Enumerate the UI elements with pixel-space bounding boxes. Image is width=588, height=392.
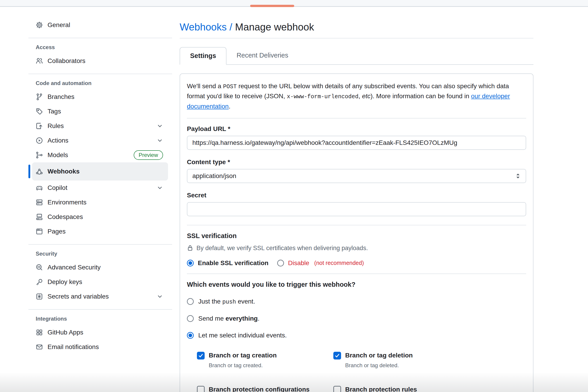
sidebar-item-models[interactable]: Models Preview — [28, 148, 172, 162]
browser-icon — [36, 228, 43, 235]
sidebar-item-label: Codespaces — [48, 213, 83, 220]
sidebar-item-rules[interactable]: Rules — [28, 119, 172, 133]
enable-ssl-option[interactable]: Enable SSL verification — [187, 260, 268, 267]
secret-label: Secret — [187, 192, 526, 199]
branch-tag-deletion-option[interactable]: Branch or tag deletion — [333, 351, 526, 360]
urlencoded-code: x-www-form-urlencoded — [287, 94, 358, 100]
page-title-text: Manage webhook — [235, 21, 314, 32]
git-branch-icon — [36, 93, 43, 100]
sidebar-item-email-notifications[interactable]: Email notifications — [28, 340, 172, 354]
checkbox-label: Branch or tag deletion — [345, 351, 413, 360]
disable-ssl-label: Disable — [288, 260, 309, 267]
people-icon — [36, 57, 43, 64]
webhook-intro-text: We'll send a POST request to the URL bel… — [187, 81, 526, 111]
sidebar-item-label: Actions — [48, 137, 68, 144]
sidebar-item-tags[interactable]: Tags — [28, 104, 172, 119]
sidebar-section-code-automation: Code and automation Branches Tags Rules — [28, 74, 172, 242]
payload-url-input[interactable] — [187, 136, 526, 150]
chevron-down-icon — [157, 137, 163, 144]
sidebar-item-label: Copilot — [48, 184, 67, 192]
post-code: POST — [223, 84, 237, 90]
events-section: Which events would you like to trigger t… — [187, 281, 526, 392]
sidebar-item-environments[interactable]: Environments — [28, 195, 172, 210]
everything-radio[interactable] — [187, 315, 194, 322]
branch-protection-configurations-option[interactable]: Branch protection configurations — [197, 386, 333, 392]
everything-label: Send me everything. — [198, 315, 260, 322]
check-icon — [334, 353, 340, 358]
sidebar-section-header: Access — [28, 42, 172, 54]
sidebar-section-header: Code and automation — [28, 77, 172, 90]
event-checkbox-item: Branch protection configurations — [197, 386, 333, 392]
page-title: Webhooks / Manage webhook — [180, 21, 534, 33]
push-code: push — [222, 299, 236, 305]
sidebar-item-webhooks[interactable]: Webhooks — [28, 162, 172, 180]
sidebar-section-general: General — [28, 16, 172, 36]
sidebar-item-label: Webhooks — [48, 168, 80, 175]
tag-icon — [36, 108, 43, 115]
model-icon — [36, 152, 43, 159]
tab-recent-deliveries[interactable]: Recent Deliveries — [226, 46, 298, 64]
content-type-label: Content type * — [187, 158, 526, 166]
rules-icon — [36, 122, 43, 130]
sidebar-item-label: Collaborators — [48, 57, 86, 64]
sidebar-item-secrets-variables[interactable]: Secrets and variables — [28, 289, 172, 304]
payload-url-field-group: Payload URL * — [187, 125, 526, 150]
copilot-icon — [36, 184, 43, 192]
tab-navigation: Settings Recent Deliveries — [180, 46, 534, 65]
branch-tag-deletion-checkbox[interactable] — [333, 352, 341, 360]
check-icon — [198, 353, 204, 358]
chevron-down-icon — [157, 185, 163, 191]
sidebar-item-collaborators[interactable]: Collaborators — [28, 54, 172, 68]
code-scan-icon — [36, 264, 43, 271]
event-option-push[interactable]: Just the push event. — [187, 298, 526, 305]
sidebar-item-codespaces[interactable]: Codespaces — [28, 210, 172, 224]
key-icon — [36, 278, 43, 286]
chevron-down-icon — [157, 293, 163, 300]
ssl-verification-heading: SSL verification — [187, 232, 526, 240]
sidebar-item-advanced-security[interactable]: Advanced Security — [28, 260, 172, 275]
content-type-select[interactable]: application/json — [187, 169, 526, 183]
disable-ssl-option[interactable]: Disable (not recommended) — [277, 260, 364, 267]
event-option-everything[interactable]: Send me everything. — [187, 315, 526, 322]
disable-ssl-radio[interactable] — [277, 260, 284, 266]
push-event-label: Just the push event. — [198, 298, 255, 305]
top-bar — [0, 0, 588, 7]
branch-protection-configurations-checkbox[interactable] — [197, 386, 205, 392]
events-heading: Which events would you like to trigger t… — [187, 281, 526, 288]
sidebar-section-header: Integrations — [28, 313, 172, 325]
sidebar-item-copilot[interactable]: Copilot — [28, 180, 172, 195]
sidebar-item-actions[interactable]: Actions — [28, 133, 172, 148]
breadcrumb-webhooks-link[interactable]: Webhooks — [180, 21, 227, 32]
lock-icon — [187, 245, 193, 252]
enable-ssl-radio[interactable] — [187, 260, 194, 266]
branch-protection-rules-checkbox[interactable] — [333, 386, 341, 392]
environments-icon — [36, 199, 43, 206]
push-event-radio[interactable] — [187, 298, 194, 305]
sidebar-item-deploy-keys[interactable]: Deploy keys — [28, 275, 172, 289]
sidebar-section-integrations: Integrations GitHub Apps Email notificat… — [28, 309, 172, 358]
sidebar-item-github-apps[interactable]: GitHub Apps — [28, 325, 172, 340]
checkbox-description: Branch or tag created. — [209, 362, 333, 368]
sidebar-item-pages[interactable]: Pages — [28, 224, 172, 239]
checkbox-label: Branch protection configurations — [209, 386, 310, 392]
branch-tag-creation-checkbox[interactable] — [197, 352, 205, 360]
section-divider — [187, 274, 526, 274]
apps-icon — [36, 329, 43, 336]
sidebar-item-label: Secrets and variables — [48, 293, 109, 300]
individual-events-radio[interactable] — [187, 332, 194, 339]
branch-protection-rules-option[interactable]: Branch protection rules — [333, 386, 526, 392]
content-type-selected-value: application/json — [192, 172, 236, 180]
checkbox-label: Branch or tag creation — [209, 351, 277, 360]
codespaces-icon — [36, 213, 43, 220]
tab-settings[interactable]: Settings — [180, 47, 226, 65]
sidebar-item-general[interactable]: General — [28, 18, 172, 32]
sidebar-item-label: Branches — [48, 93, 74, 100]
sidebar-item-label: Rules — [48, 122, 64, 130]
sidebar-item-label: Tags — [48, 108, 61, 115]
secret-input[interactable] — [187, 202, 526, 216]
content-type-field-group: Content type * application/json — [187, 158, 526, 183]
etc-italic: etc — [362, 92, 370, 100]
branch-tag-creation-option[interactable]: Branch or tag creation — [197, 351, 333, 360]
sidebar-item-branches[interactable]: Branches — [28, 90, 172, 104]
event-option-individual[interactable]: Let me select individual events. — [187, 332, 526, 339]
